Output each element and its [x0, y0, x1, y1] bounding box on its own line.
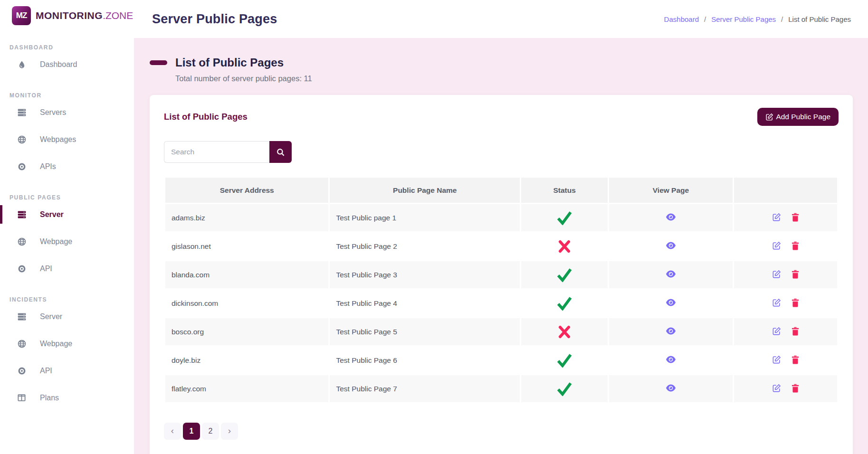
table-row: blanda.com Test Public Page 3 [165, 261, 837, 288]
main-area: Server Public Pages Dashboard / Server P… [134, 0, 868, 454]
breadcrumb-server-public-pages[interactable]: Server Public Pages [711, 15, 776, 23]
edit-icon[interactable] [771, 297, 782, 310]
sidebar-item-label: Dashboard [40, 60, 77, 69]
sidebar-item-monitor-apis[interactable]: APIs [0, 153, 134, 180]
edit-icon[interactable] [771, 326, 782, 338]
total-pages-subtitle: Total number of server public pages: 11 [175, 74, 853, 83]
server-icon [16, 210, 27, 219]
breadcrumb-dashboard[interactable]: Dashboard [664, 15, 699, 23]
sidebar-item-dashboard[interactable]: Dashboard [0, 51, 134, 78]
public-page-name: Test Public Page 5 [336, 328, 397, 336]
table-row: bosco.org Test Public Page 5 [165, 318, 837, 345]
delete-icon[interactable] [791, 354, 800, 367]
table-row: gislason.net Test Public Page 2 [165, 233, 837, 260]
sidebar-item-incidents-webpage[interactable]: Webpage [0, 330, 134, 357]
brand-name-light: .ZONE [103, 10, 133, 21]
status-icon [556, 299, 572, 307]
brand-logo[interactable]: MZ MONITORING.ZONE [0, 0, 134, 30]
heading-accent-dash [150, 60, 167, 65]
sidebar-item-monitor-webpages[interactable]: Webpages [0, 126, 134, 153]
sidebar-item-monitor-servers[interactable]: Servers [0, 99, 134, 126]
table-row: adams.biz Test Public page 1 [165, 204, 837, 231]
server-address: doyle.biz [172, 356, 200, 364]
view-page-eye-icon[interactable] [665, 269, 677, 280]
page-title: Server Public Pages [152, 12, 277, 27]
pagination: ‹ 1 2 › [164, 423, 839, 440]
content-area: List of Public Pages Total number of ser… [134, 38, 868, 454]
public-page-name: Test Public Page 3 [336, 271, 397, 279]
public-page-name: Test Public Page 2 [336, 242, 397, 250]
sidebar: MZ MONITORING.ZONE DASHBOARD Dashboard M… [0, 0, 134, 454]
table-row: dickinson.com Test Public Page 4 [165, 290, 837, 317]
server-icon [16, 312, 27, 322]
edit-icon[interactable] [771, 269, 782, 281]
view-page-eye-icon[interactable] [665, 212, 677, 223]
public-pages-card: List of Public Pages Add Public Page [150, 95, 853, 454]
columns-icon [16, 393, 27, 402]
sidebar-item-label: Server [40, 312, 62, 321]
view-page-eye-icon[interactable] [665, 241, 677, 252]
server-address: adams.biz [172, 214, 205, 222]
globe-icon [16, 135, 27, 144]
pagination-page-1[interactable]: 1 [183, 423, 200, 440]
sidebar-item-public-pages-server[interactable]: Server [0, 201, 134, 228]
tint-icon [16, 60, 27, 69]
column-header-actions [734, 178, 837, 203]
server-address: gislason.net [172, 242, 211, 250]
add-public-page-label: Add Public Page [776, 113, 830, 121]
add-public-page-button[interactable]: Add Public Page [757, 108, 839, 126]
table-header-row: Server Address Public Page Name Status V… [165, 178, 837, 203]
delete-icon[interactable] [791, 269, 800, 281]
search-input[interactable] [164, 141, 269, 163]
sidebar-item-label: API [40, 265, 52, 273]
sidebar-item-incidents-server[interactable]: Server [0, 303, 134, 330]
circle-dot-icon [16, 265, 27, 273]
view-page-eye-icon[interactable] [665, 383, 677, 394]
edit-icon[interactable] [771, 212, 782, 224]
sidebar-item-label: Webpage [40, 340, 72, 348]
cross-icon [558, 240, 571, 253]
search-button[interactable] [269, 141, 292, 163]
status-icon [558, 242, 571, 250]
sidebar-item-label: Plans [40, 394, 59, 402]
public-page-name: Test Public Page 7 [336, 385, 397, 393]
edit-icon[interactable] [771, 240, 782, 253]
cross-icon [558, 325, 571, 339]
delete-icon[interactable] [791, 240, 800, 253]
breadcrumb: Dashboard / Server Public Pages / List o… [664, 15, 851, 23]
edit-icon[interactable] [771, 354, 782, 367]
view-page-eye-icon[interactable] [665, 355, 677, 366]
delete-icon[interactable] [791, 326, 800, 338]
check-icon [556, 296, 572, 311]
sidebar-item-label: Webpage [40, 237, 72, 246]
sidebar-item-label: Server [40, 210, 64, 219]
search-icon [276, 148, 285, 157]
circle-dot-icon [16, 367, 27, 375]
table-row: flatley.com Test Public Page 7 [165, 375, 837, 402]
column-header-public-page-name: Public Page Name [330, 178, 520, 203]
edit-square-icon [765, 113, 773, 121]
delete-icon[interactable] [791, 383, 800, 395]
sidebar-item-incidents-plans[interactable]: Plans [0, 384, 134, 411]
status-icon [556, 384, 572, 392]
view-page-eye-icon[interactable] [665, 326, 677, 337]
sidebar-item-label: Servers [40, 108, 66, 117]
pagination-page-2[interactable]: 2 [202, 423, 219, 440]
delete-icon[interactable] [791, 297, 800, 310]
sidebar-item-label: Webpages [40, 135, 76, 144]
public-page-name: Test Public Page 6 [336, 356, 397, 364]
public-pages-table: Server Address Public Page Name Status V… [164, 176, 839, 404]
server-address: blanda.com [172, 271, 210, 279]
view-page-eye-icon[interactable] [665, 298, 677, 309]
table-body: adams.biz Test Public page 1 gislason.ne… [165, 204, 837, 402]
check-icon [556, 353, 572, 368]
column-header-view-page: View Page [609, 178, 732, 203]
edit-icon[interactable] [771, 383, 782, 395]
sidebar-item-public-pages-webpage[interactable]: Webpage [0, 228, 134, 255]
sidebar-item-incidents-api[interactable]: API [0, 357, 134, 384]
pagination-next-button[interactable]: › [221, 423, 238, 440]
server-icon [16, 108, 27, 117]
sidebar-item-public-pages-api[interactable]: API [0, 255, 134, 282]
pagination-prev-button[interactable]: ‹ [164, 423, 181, 440]
delete-icon[interactable] [791, 212, 800, 224]
